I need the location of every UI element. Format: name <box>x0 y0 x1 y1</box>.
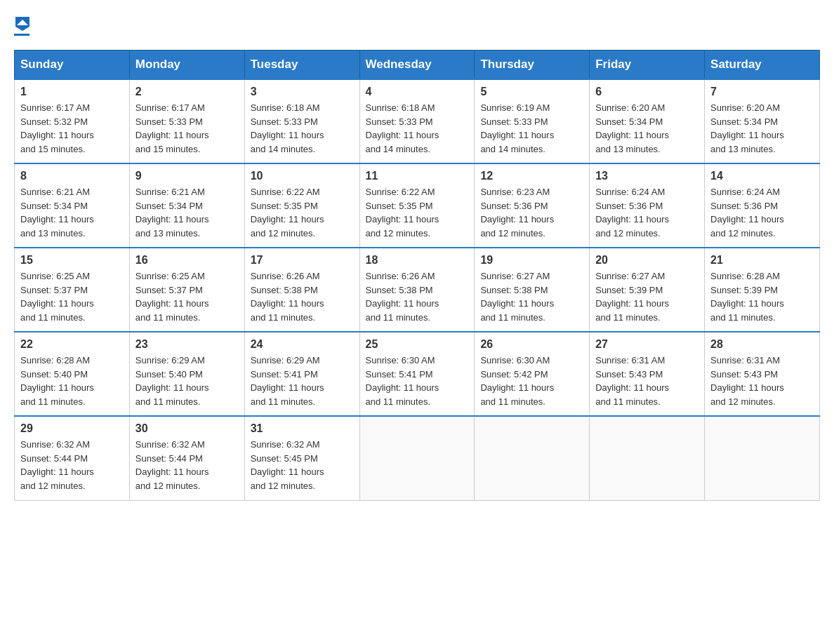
calendar-cell: 17Sunrise: 6:26 AMSunset: 5:38 PMDayligh… <box>244 248 359 332</box>
column-header-monday: Monday <box>129 51 244 80</box>
day-info: Sunrise: 6:28 AMSunset: 5:39 PMDaylight:… <box>710 269 814 324</box>
day-number: 18 <box>366 254 469 267</box>
day-info: Sunrise: 6:31 AMSunset: 5:43 PMDaylight:… <box>595 354 699 408</box>
calendar-cell: 22Sunrise: 6:28 AMSunset: 5:40 PMDayligh… <box>15 332 130 416</box>
week-row-1: 1Sunrise: 6:17 AMSunset: 5:32 PMDaylight… <box>15 79 820 163</box>
day-info: Sunrise: 6:23 AMSunset: 5:36 PMDaylight:… <box>480 185 583 240</box>
day-info: Sunrise: 6:32 AMSunset: 5:45 PMDaylight:… <box>251 438 354 492</box>
calendar-cell: 4Sunrise: 6:18 AMSunset: 5:33 PMDaylight… <box>359 79 475 163</box>
calendar-cell: 26Sunrise: 6:30 AMSunset: 5:42 PMDayligh… <box>475 332 590 416</box>
week-row-5: 29Sunrise: 6:32 AMSunset: 5:44 PMDayligh… <box>15 416 820 500</box>
calendar-cell: 9Sunrise: 6:21 AMSunset: 5:34 PMDaylight… <box>129 163 244 248</box>
calendar-cell: 3Sunrise: 6:18 AMSunset: 5:33 PMDaylight… <box>244 79 359 163</box>
day-info: Sunrise: 6:32 AMSunset: 5:44 PMDaylight:… <box>20 438 124 492</box>
logo-arrow-icon <box>15 17 29 34</box>
page-header <box>14 14 820 36</box>
week-row-2: 8Sunrise: 6:21 AMSunset: 5:34 PMDaylight… <box>15 163 820 248</box>
day-number: 2 <box>135 86 239 98</box>
calendar-cell: 16Sunrise: 6:25 AMSunset: 5:37 PMDayligh… <box>129 248 244 332</box>
day-info: Sunrise: 6:22 AMSunset: 5:35 PMDaylight:… <box>366 185 469 240</box>
calendar-cell: 11Sunrise: 6:22 AMSunset: 5:35 PMDayligh… <box>359 163 475 248</box>
day-info: Sunrise: 6:29 AMSunset: 5:41 PMDaylight:… <box>251 354 354 408</box>
calendar-cell: 30Sunrise: 6:32 AMSunset: 5:44 PMDayligh… <box>129 416 244 500</box>
calendar-cell: 7Sunrise: 6:20 AMSunset: 5:34 PMDaylight… <box>705 79 820 163</box>
day-number: 26 <box>480 338 583 351</box>
day-info: Sunrise: 6:18 AMSunset: 5:33 PMDaylight:… <box>251 101 354 156</box>
day-info: Sunrise: 6:32 AMSunset: 5:44 PMDaylight:… <box>135 438 239 492</box>
day-number: 25 <box>366 338 469 351</box>
calendar-cell: 14Sunrise: 6:24 AMSunset: 5:36 PMDayligh… <box>705 163 820 248</box>
day-number: 28 <box>710 338 814 351</box>
day-number: 23 <box>135 338 239 351</box>
day-info: Sunrise: 6:27 AMSunset: 5:38 PMDaylight:… <box>480 269 583 324</box>
column-header-thursday: Thursday <box>475 51 590 80</box>
day-info: Sunrise: 6:21 AMSunset: 5:34 PMDaylight:… <box>20 185 124 240</box>
day-info: Sunrise: 6:31 AMSunset: 5:43 PMDaylight:… <box>710 354 814 408</box>
calendar-cell: 6Sunrise: 6:20 AMSunset: 5:34 PMDaylight… <box>590 79 705 163</box>
calendar-cell: 23Sunrise: 6:29 AMSunset: 5:40 PMDayligh… <box>129 332 244 416</box>
day-info: Sunrise: 6:22 AMSunset: 5:35 PMDaylight:… <box>251 185 354 240</box>
calendar-cell: 15Sunrise: 6:25 AMSunset: 5:37 PMDayligh… <box>15 248 130 332</box>
day-number: 20 <box>595 254 699 267</box>
day-number: 24 <box>251 338 354 351</box>
day-info: Sunrise: 6:20 AMSunset: 5:34 PMDaylight:… <box>595 101 699 156</box>
day-number: 15 <box>20 254 124 267</box>
week-row-3: 15Sunrise: 6:25 AMSunset: 5:37 PMDayligh… <box>15 248 820 332</box>
day-info: Sunrise: 6:26 AMSunset: 5:38 PMDaylight:… <box>251 269 354 324</box>
header-row: SundayMondayTuesdayWednesdayThursdayFrid… <box>15 51 820 80</box>
week-row-4: 22Sunrise: 6:28 AMSunset: 5:40 PMDayligh… <box>15 332 820 416</box>
day-number: 29 <box>20 422 124 435</box>
column-header-sunday: Sunday <box>15 51 130 80</box>
day-number: 10 <box>251 170 354 182</box>
column-header-tuesday: Tuesday <box>244 51 359 80</box>
calendar-table: SundayMondayTuesdayWednesdayThursdayFrid… <box>14 50 820 501</box>
column-header-wednesday: Wednesday <box>359 51 475 80</box>
calendar-cell: 12Sunrise: 6:23 AMSunset: 5:36 PMDayligh… <box>475 163 590 248</box>
calendar-cell: 2Sunrise: 6:17 AMSunset: 5:33 PMDaylight… <box>129 79 244 163</box>
day-number: 22 <box>20 338 124 351</box>
calendar-body: 1Sunrise: 6:17 AMSunset: 5:32 PMDaylight… <box>15 79 820 500</box>
day-info: Sunrise: 6:21 AMSunset: 5:34 PMDaylight:… <box>135 185 239 240</box>
day-info: Sunrise: 6:24 AMSunset: 5:36 PMDaylight:… <box>710 185 814 240</box>
day-number: 21 <box>710 254 814 267</box>
day-info: Sunrise: 6:24 AMSunset: 5:36 PMDaylight:… <box>595 185 699 240</box>
day-number: 5 <box>480 86 583 98</box>
calendar-cell: 19Sunrise: 6:27 AMSunset: 5:38 PMDayligh… <box>475 248 590 332</box>
day-number: 31 <box>251 422 354 435</box>
day-number: 6 <box>595 86 699 98</box>
logo-underline <box>14 34 29 36</box>
day-number: 14 <box>710 170 814 182</box>
day-info: Sunrise: 6:17 AMSunset: 5:33 PMDaylight:… <box>135 101 239 156</box>
calendar-cell: 1Sunrise: 6:17 AMSunset: 5:32 PMDaylight… <box>15 79 130 163</box>
day-info: Sunrise: 6:30 AMSunset: 5:42 PMDaylight:… <box>480 354 583 408</box>
calendar-cell: 28Sunrise: 6:31 AMSunset: 5:43 PMDayligh… <box>705 332 820 416</box>
calendar-cell: 24Sunrise: 6:29 AMSunset: 5:41 PMDayligh… <box>244 332 359 416</box>
day-number: 11 <box>366 170 469 182</box>
column-header-saturday: Saturday <box>705 51 820 80</box>
day-info: Sunrise: 6:27 AMSunset: 5:39 PMDaylight:… <box>595 269 699 324</box>
calendar-cell <box>590 416 705 500</box>
calendar-cell: 10Sunrise: 6:22 AMSunset: 5:35 PMDayligh… <box>244 163 359 248</box>
calendar-header: SundayMondayTuesdayWednesdayThursdayFrid… <box>15 51 820 80</box>
calendar-cell: 29Sunrise: 6:32 AMSunset: 5:44 PMDayligh… <box>15 416 130 500</box>
day-number: 19 <box>480 254 583 267</box>
calendar-cell: 31Sunrise: 6:32 AMSunset: 5:45 PMDayligh… <box>244 416 359 500</box>
calendar-cell <box>359 416 475 500</box>
calendar-cell: 21Sunrise: 6:28 AMSunset: 5:39 PMDayligh… <box>705 248 820 332</box>
day-info: Sunrise: 6:20 AMSunset: 5:34 PMDaylight:… <box>710 101 814 156</box>
day-info: Sunrise: 6:18 AMSunset: 5:33 PMDaylight:… <box>366 101 469 156</box>
day-number: 7 <box>710 86 814 98</box>
day-number: 13 <box>595 170 699 182</box>
calendar-cell: 20Sunrise: 6:27 AMSunset: 5:39 PMDayligh… <box>590 248 705 332</box>
day-number: 17 <box>251 254 354 267</box>
day-info: Sunrise: 6:17 AMSunset: 5:32 PMDaylight:… <box>20 101 124 156</box>
calendar-cell: 25Sunrise: 6:30 AMSunset: 5:41 PMDayligh… <box>359 332 475 416</box>
day-info: Sunrise: 6:29 AMSunset: 5:40 PMDaylight:… <box>135 354 239 408</box>
calendar-cell: 27Sunrise: 6:31 AMSunset: 5:43 PMDayligh… <box>590 332 705 416</box>
calendar-cell: 13Sunrise: 6:24 AMSunset: 5:36 PMDayligh… <box>590 163 705 248</box>
day-info: Sunrise: 6:30 AMSunset: 5:41 PMDaylight:… <box>366 354 469 408</box>
day-info: Sunrise: 6:25 AMSunset: 5:37 PMDaylight:… <box>135 269 239 324</box>
day-info: Sunrise: 6:19 AMSunset: 5:33 PMDaylight:… <box>480 101 583 156</box>
day-number: 4 <box>366 86 469 98</box>
day-number: 30 <box>135 422 239 435</box>
